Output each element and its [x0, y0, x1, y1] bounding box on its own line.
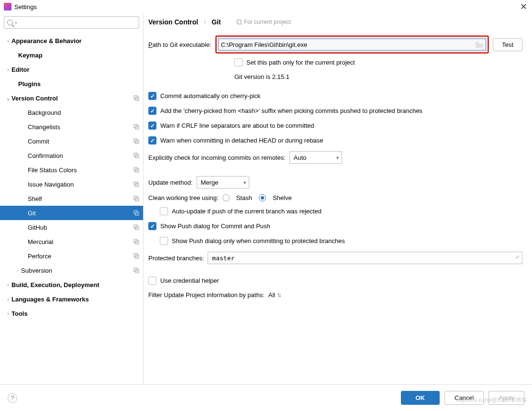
copy-icon	[133, 253, 139, 259]
set-path-current-checkbox[interactable]	[234, 58, 243, 67]
copy-icon	[133, 181, 139, 187]
cherry-suffix-checkbox[interactable]	[148, 107, 156, 115]
update-method-select[interactable]: Merge	[197, 176, 249, 189]
sidebar-item-label: Tools	[11, 310, 139, 317]
sidebar-item-appearance-behavior[interactable]: ›Appearance & Behavior	[0, 33, 143, 48]
sidebar-item-label: Confirmation	[28, 152, 133, 159]
sidebar-item-tools[interactable]: ›Tools	[0, 306, 143, 321]
copy-icon	[133, 138, 139, 144]
git-version-line: Git version is 2.15.1	[148, 73, 522, 80]
arrow-icon: ›	[5, 297, 11, 302]
shelve-radio[interactable]	[259, 194, 266, 201]
ok-button[interactable]: OK	[401, 391, 440, 405]
cancel-button[interactable]: Cancel	[444, 391, 484, 405]
sidebar-item-changelists[interactable]: Changelists	[0, 120, 143, 134]
sidebar-item-shelf[interactable]: Shelf	[0, 191, 143, 206]
sidebar-item-label: GitHub	[28, 224, 133, 231]
copy-icon	[133, 95, 139, 101]
sidebar-item-label: Commit	[28, 138, 133, 145]
auto-update-checkbox[interactable]	[160, 207, 168, 215]
sidebar-item-version-control[interactable]: ⌄Version Control	[0, 91, 143, 105]
copy-icon	[133, 153, 139, 158]
explicit-check-label: Explicitly check for incoming commits on…	[148, 154, 286, 161]
copy-icon	[133, 210, 139, 216]
project-hint: For current project	[236, 19, 291, 25]
clean-tree-label: Clean working tree using:	[148, 194, 219, 201]
search-input[interactable]: ▾	[4, 16, 139, 29]
sidebar-item-label: Perforce	[28, 253, 133, 260]
sidebar-item-mercurial[interactable]: Mercurial	[0, 234, 143, 249]
sidebar-item-background[interactable]: Background	[0, 105, 143, 120]
sidebar-item-plugins[interactable]: Plugins	[0, 77, 143, 91]
sidebar-item-label: Issue Navigation	[28, 181, 133, 188]
sidebar-item-confirmation[interactable]: Confirmation	[0, 148, 143, 163]
sidebar-item-keymap[interactable]: Keymap	[0, 48, 143, 62]
window-title: Settings	[14, 3, 37, 11]
copy-icon	[133, 124, 139, 130]
sidebar-item-label: Editor	[11, 66, 139, 73]
sidebar-item-commit[interactable]: Commit	[0, 134, 143, 148]
sidebar-item-editor[interactable]: ›Editor	[0, 62, 143, 77]
svg-rect-24	[237, 20, 241, 23]
filter-value[interactable]: All⇅	[268, 291, 281, 299]
filter-label: Filter Update Project information by pat…	[148, 291, 265, 299]
arrow-icon: ›	[5, 311, 11, 316]
folder-icon[interactable]	[476, 42, 483, 48]
arrow-icon: ›	[5, 282, 11, 288]
sidebar-item-label: Plugins	[18, 80, 139, 88]
settings-tree: ›Appearance & BehaviorKeymap›EditorPlugi…	[0, 32, 143, 384]
credential-helper-checkbox[interactable]	[148, 277, 156, 285]
warn-detached-checkbox[interactable]	[148, 136, 156, 144]
sidebar-item-file-status-colors[interactable]: File Status Colors	[0, 163, 143, 177]
update-method-label: Update method:	[148, 179, 193, 186]
sidebar-item-label: Git	[28, 210, 133, 217]
content-panel: Version Control › Git For current projec…	[144, 13, 532, 384]
copy-icon	[133, 167, 139, 173]
apply-button[interactable]: Apply	[488, 391, 524, 405]
path-label: Path to Git executable:	[148, 41, 211, 48]
arrow-icon: ⌄	[5, 96, 11, 101]
git-path-input[interactable]	[221, 41, 476, 48]
sidebar-item-subversion[interactable]: ›Subversion	[0, 263, 143, 278]
help-button[interactable]: ?	[8, 393, 17, 403]
warn-crlf-checkbox[interactable]	[148, 122, 156, 130]
arrow-icon: ›	[5, 67, 11, 72]
copy-icon	[133, 239, 139, 244]
cherry-auto-checkbox[interactable]	[148, 92, 156, 100]
svg-rect-25	[238, 21, 242, 24]
show-push-checkbox[interactable]	[148, 222, 156, 230]
sidebar-item-build-execution-deployment[interactable]: ›Build, Execution, Deployment	[0, 278, 143, 292]
search-icon	[7, 20, 13, 25]
sidebar-item-languages-frameworks[interactable]: ›Languages & Frameworks	[0, 292, 143, 306]
protected-branches-input[interactable]	[208, 252, 522, 264]
sidebar-item-label: Subversion	[21, 267, 133, 274]
sidebar-item-label: Background	[28, 109, 139, 116]
protected-label: Protected branches:	[148, 255, 204, 262]
explicit-check-select[interactable]: Auto	[289, 151, 342, 164]
app-icon	[4, 3, 11, 11]
test-button[interactable]: Test	[493, 38, 522, 51]
sidebar: ▾ ›Appearance & BehaviorKeymap›EditorPlu…	[0, 13, 144, 384]
sidebar-item-label: Languages & Frameworks	[11, 296, 139, 303]
stash-radio[interactable]	[222, 194, 230, 201]
arrow-icon: ›	[5, 38, 11, 44]
sidebar-item-perforce[interactable]: Perforce	[0, 249, 143, 263]
breadcrumb: Version Control › Git For current projec…	[148, 18, 522, 26]
sidebar-item-label: File Status Colors	[28, 167, 133, 174]
sidebar-item-label: Mercurial	[28, 238, 133, 245]
sidebar-item-github[interactable]: GitHub	[0, 220, 143, 234]
sidebar-item-issue-navigation[interactable]: Issue Navigation	[0, 177, 143, 191]
show-push-protected-checkbox[interactable]	[160, 237, 168, 245]
sidebar-item-label: Shelf	[28, 195, 133, 202]
expand-icon[interactable]: ⤢	[515, 254, 520, 260]
sidebar-item-label: Appearance & Behavior	[11, 37, 139, 44]
breadcrumb-root[interactable]: Version Control	[148, 18, 198, 26]
sidebar-item-label: Version Control	[11, 95, 133, 102]
arrow-icon: ›	[14, 268, 21, 273]
sidebar-item-label: Changelists	[28, 123, 133, 131]
sidebar-item-label: Keymap	[18, 52, 139, 59]
close-icon[interactable]: ✕	[520, 1, 527, 12]
chevron-right-icon: ›	[204, 19, 206, 25]
footer: ? OK Cancel Apply https://b n.me@51CTO博客	[0, 384, 532, 411]
sidebar-item-git[interactable]: Git	[0, 206, 143, 220]
